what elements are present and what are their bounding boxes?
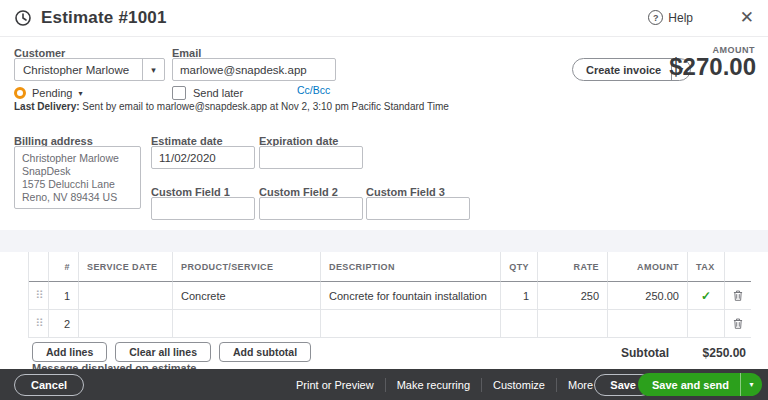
save-and-send-button[interactable]: Save and send ▾ — [638, 373, 762, 396]
clear-all-lines-button[interactable]: Clear all lines — [115, 342, 211, 362]
rate-cell[interactable]: 250 — [538, 282, 608, 310]
trash-icon[interactable] — [733, 289, 743, 302]
tax-check-icon[interactable]: ✓ — [688, 282, 725, 310]
col-header-tax: TAX — [688, 252, 725, 282]
service-date-cell[interactable] — [79, 282, 173, 310]
billing-line: SnapDesk — [22, 165, 133, 178]
chevron-down-icon: ▾ — [78, 89, 82, 98]
amount-cell[interactable] — [608, 310, 688, 338]
row-number: 1 — [49, 282, 79, 310]
last-delivery-label: Last Delivery: — [14, 101, 80, 112]
save-and-send-label: Save and send — [638, 379, 740, 391]
custom-field-3-input[interactable] — [366, 197, 470, 220]
subtotal-label: Subtotal — [621, 346, 669, 360]
service-date-cell[interactable] — [79, 310, 173, 338]
product-service-cell[interactable] — [173, 310, 321, 338]
row-number: 2 — [49, 310, 79, 338]
customer-select[interactable]: Christopher Marlowe ▾ — [14, 58, 165, 81]
page-title: Estimate #1001 — [41, 8, 167, 28]
help-icon: ? — [648, 10, 663, 25]
status-badge[interactable]: Pending ▾ — [14, 87, 82, 99]
col-header-product-service: PRODUCT/SERVICE — [173, 252, 321, 282]
col-header-service-date: SERVICE DATE — [79, 252, 173, 282]
last-delivery-detail: Sent by email to marlowe@snapdesk.app at… — [80, 101, 449, 112]
col-header-num: # — [49, 252, 79, 282]
billing-line: Reno, NV 89434 US — [22, 191, 133, 204]
create-invoice-label: Create invoice — [573, 64, 671, 76]
make-recurring-link[interactable]: Make recurring — [386, 379, 481, 391]
footer-links: Print or Preview Make recurring Customiz… — [285, 369, 604, 400]
billing-line: 1575 Delucchi Lane — [22, 178, 133, 191]
chevron-down-icon[interactable]: ▾ — [142, 59, 164, 80]
subtotal-value: $250.00 — [703, 346, 746, 360]
history-clock-icon[interactable] — [14, 9, 32, 27]
description-cell[interactable]: Concrete for fountain installation — [321, 282, 501, 310]
customer-value: Christopher Marlowe — [15, 64, 142, 76]
customize-link[interactable]: Customize — [482, 379, 556, 391]
table-buttons: Add lines Clear all lines Add subtotal — [32, 342, 311, 362]
col-header-amount: AMOUNT — [608, 252, 688, 282]
billing-line: Christopher Marlowe — [22, 152, 133, 165]
billing-address-field[interactable]: Christopher Marlowe SnapDesk 1575 Delucc… — [14, 146, 141, 209]
custom-field-1-input[interactable] — [151, 197, 255, 220]
send-later-group: Send later — [172, 86, 243, 100]
col-header-qty: QTY — [501, 252, 538, 282]
delete-row-cell — [725, 282, 751, 310]
expiration-date-field[interactable] — [259, 146, 363, 169]
col-drag — [29, 252, 49, 282]
delete-row-cell — [725, 310, 751, 338]
close-icon[interactable]: ✕ — [740, 8, 754, 28]
print-or-preview-link[interactable]: Print or Preview — [285, 379, 385, 391]
col-header-description: DESCRIPTION — [321, 252, 501, 282]
description-cell[interactable] — [321, 310, 501, 338]
add-lines-button[interactable]: Add lines — [32, 342, 107, 362]
help-button[interactable]: ? Help — [648, 10, 693, 25]
line-items-table: # SERVICE DATE PRODUCT/SERVICE DESCRIPTI… — [28, 252, 750, 338]
qty-cell[interactable] — [501, 310, 538, 338]
amount-value: $270.00 — [669, 53, 756, 81]
trash-icon[interactable] — [733, 317, 743, 330]
rate-cell[interactable] — [538, 310, 608, 338]
ccbcc-link[interactable]: Cc/Bcc — [297, 84, 330, 96]
col-header-rate: RATE — [538, 252, 608, 282]
amount-cell[interactable]: 250.00 — [608, 282, 688, 310]
send-later-checkbox[interactable] — [172, 86, 186, 100]
product-service-cell[interactable]: Concrete — [173, 282, 321, 310]
row-drag-handle[interactable]: ⠿ — [29, 282, 49, 310]
footer-bar: Cancel Print or Preview Make recurring C… — [0, 369, 768, 400]
status-label: Pending — [32, 87, 72, 99]
custom-field-2-input[interactable] — [259, 197, 363, 220]
col-header-actions — [725, 252, 751, 282]
estimate-date-field[interactable] — [151, 146, 255, 169]
top-bar: Estimate #1001 ? Help ✕ — [0, 0, 768, 37]
tax-check-icon[interactable] — [688, 310, 725, 338]
section-divider-band — [0, 230, 768, 252]
last-delivery-text: Last Delivery: Sent by email to marlowe@… — [14, 101, 449, 112]
help-label: Help — [668, 11, 693, 25]
add-subtotal-button[interactable]: Add subtotal — [219, 342, 311, 362]
estimate-page: Estimate #1001 ? Help ✕ Customer Christo… — [0, 0, 768, 400]
email-field[interactable] — [172, 58, 336, 81]
send-later-label: Send later — [193, 87, 243, 99]
qty-cell[interactable]: 1 — [501, 282, 538, 310]
pending-status-icon — [14, 87, 26, 99]
cancel-button[interactable]: Cancel — [14, 374, 84, 396]
row-drag-handle[interactable]: ⠿ — [29, 310, 49, 338]
chevron-down-icon[interactable]: ▾ — [740, 373, 762, 396]
